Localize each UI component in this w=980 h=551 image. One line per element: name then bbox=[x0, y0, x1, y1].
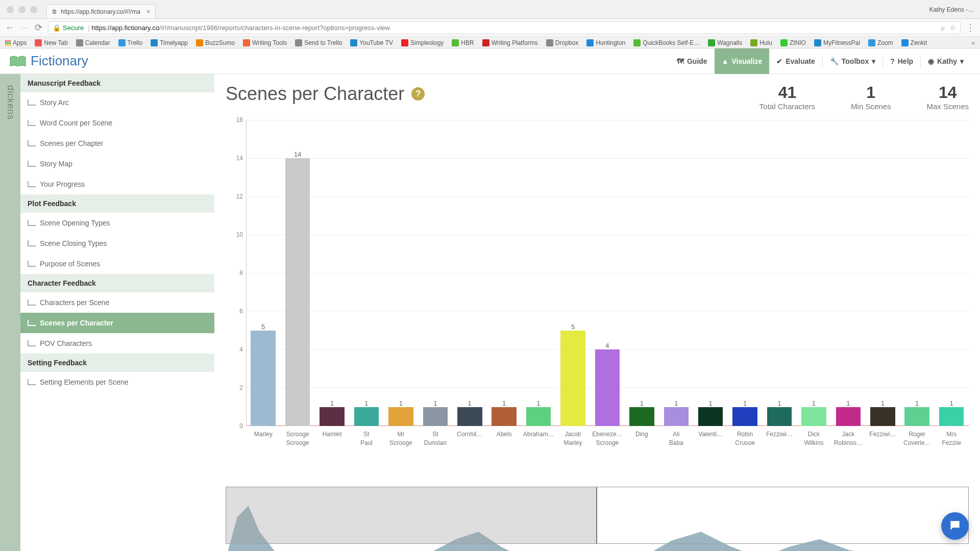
bookmark[interactable]: Trello bbox=[118, 39, 143, 46]
bar-column[interactable]: 1 bbox=[728, 120, 762, 426]
sidebar-item[interactable]: Characters per Scene bbox=[20, 292, 214, 313]
x-label: RobinCrusoe bbox=[728, 427, 762, 447]
bookmark[interactable]: Writing Tools bbox=[243, 39, 287, 46]
bar-column[interactable]: 1 bbox=[349, 120, 383, 426]
bar[interactable] bbox=[698, 407, 723, 427]
bar[interactable] bbox=[629, 407, 654, 427]
bookmark[interactable]: Zenkit bbox=[901, 39, 927, 46]
bar[interactable] bbox=[388, 407, 413, 427]
bar[interactable] bbox=[904, 407, 929, 427]
sidebar-item[interactable]: Scene Closing Types bbox=[20, 233, 214, 254]
bar-column[interactable]: 1 bbox=[418, 120, 452, 426]
apps-icon[interactable]: Apps bbox=[5, 39, 27, 46]
star-icon[interactable]: ☆ bbox=[950, 24, 956, 32]
bookmark[interactable]: Hulu bbox=[750, 39, 772, 46]
bookmarks-overflow[interactable]: » bbox=[971, 39, 975, 46]
nav-evaluate[interactable]: ✔Evaluate bbox=[769, 48, 822, 74]
bar[interactable] bbox=[664, 407, 689, 427]
sidebar-item[interactable]: POV Characters bbox=[20, 333, 214, 354]
stat: 14Max Scenes bbox=[926, 83, 969, 111]
bar[interactable] bbox=[560, 331, 585, 427]
bar[interactable] bbox=[492, 407, 517, 427]
bookmark[interactable]: Dropbox bbox=[546, 39, 578, 46]
user-menu[interactable]: ◉Kathy▾ bbox=[921, 48, 971, 74]
bar-column[interactable]: 1 bbox=[762, 120, 796, 426]
sidebar-item[interactable]: Word Count per Scene bbox=[20, 113, 214, 133]
bar-column[interactable]: 1 bbox=[693, 120, 727, 426]
bar[interactable] bbox=[526, 407, 551, 427]
bookmark[interactable]: Writing Platforms bbox=[482, 39, 538, 46]
reload-icon[interactable]: ⟳ bbox=[34, 22, 43, 33]
sidebar-item[interactable]: Purpose of Scenes bbox=[20, 254, 214, 274]
bar-column[interactable]: 1 bbox=[453, 120, 487, 426]
address-bar[interactable]: 🔒 Secure | https://app.fictionary.co /#!… bbox=[48, 21, 961, 34]
bar-column[interactable]: 4 bbox=[590, 120, 624, 426]
sidebar-item[interactable]: Scenes per Chapter bbox=[20, 133, 214, 154]
bar-column[interactable]: 5 bbox=[556, 120, 590, 426]
bookmark[interactable]: YouTube TV bbox=[350, 39, 393, 46]
intercom-launcher[interactable] bbox=[941, 512, 969, 540]
bar-chart: 0246810121416 5 14 1 1 1 1 1 1 1 5 bbox=[226, 120, 969, 446]
bar-column[interactable]: 1 bbox=[315, 120, 349, 426]
bar-column[interactable]: 1 bbox=[797, 120, 831, 426]
sidebar-item[interactable]: Scenes per Character bbox=[20, 313, 214, 333]
bar-column[interactable]: 1 bbox=[831, 120, 865, 426]
back-icon[interactable]: ← bbox=[5, 22, 14, 33]
bar[interactable] bbox=[732, 407, 757, 427]
bar[interactable] bbox=[836, 407, 861, 427]
bar-column[interactable]: 1 bbox=[521, 120, 555, 426]
sidebar-item[interactable]: Setting Elements per Scene bbox=[20, 372, 214, 392]
bar-column[interactable]: 1 bbox=[384, 120, 418, 426]
bookmark[interactable]: Send to Trello bbox=[295, 39, 342, 46]
bookmark[interactable]: Huntington bbox=[586, 39, 625, 46]
bookmark[interactable]: Calendar bbox=[76, 39, 110, 46]
bar-column[interactable]: 1 bbox=[866, 120, 900, 426]
nav-guide[interactable]: 🗺Guide bbox=[670, 48, 715, 74]
bookmark[interactable]: Zoom bbox=[868, 39, 893, 46]
bar[interactable] bbox=[251, 331, 276, 427]
nav-visualize[interactable]: ▲Visualize bbox=[715, 48, 770, 74]
sidebar-item[interactable]: Story Arc bbox=[20, 92, 214, 113]
bar[interactable] bbox=[767, 407, 792, 427]
nav-help[interactable]: ?Help bbox=[883, 48, 920, 74]
logo[interactable]: Fictionary bbox=[9, 53, 88, 69]
bar-column[interactable]: 1 bbox=[934, 120, 968, 426]
bookmark[interactable]: New Tab bbox=[35, 39, 67, 46]
bar[interactable] bbox=[423, 407, 448, 427]
brush-selection[interactable] bbox=[226, 487, 597, 543]
sidebar-item[interactable]: Story Map bbox=[20, 154, 214, 174]
bar[interactable] bbox=[285, 158, 310, 426]
bar[interactable] bbox=[801, 407, 826, 427]
close-icon[interactable]: × bbox=[146, 8, 150, 15]
bar-column[interactable]: 1 bbox=[659, 120, 693, 426]
sidebar-item[interactable]: Your Progress bbox=[20, 174, 214, 194]
bar[interactable] bbox=[457, 407, 482, 427]
bookmark[interactable]: ZINIO bbox=[780, 39, 806, 46]
bookmark[interactable]: BuzzSumo bbox=[196, 39, 235, 46]
bar-column[interactable]: 1 bbox=[625, 120, 659, 426]
bookmark[interactable]: Timelyapp bbox=[151, 39, 188, 46]
menu-icon[interactable]: ⋮ bbox=[966, 22, 975, 33]
x-label: Fezziwi… bbox=[866, 427, 900, 447]
bookmark[interactable]: Simpleology bbox=[401, 39, 444, 46]
bar[interactable] bbox=[595, 349, 620, 426]
key-icon[interactable]: ⌕ bbox=[941, 24, 945, 32]
bar-column[interactable]: 1 bbox=[487, 120, 521, 426]
bar[interactable] bbox=[939, 407, 964, 427]
bookmark[interactable]: MyFitnessPal bbox=[814, 39, 860, 46]
browser-tab[interactable]: 🗎 https://app.fictionary.co/#!/ma × bbox=[46, 4, 156, 18]
bar-column[interactable]: 14 bbox=[280, 120, 314, 426]
chrome-profile-label[interactable]: Kathy Edens -… bbox=[929, 6, 974, 13]
help-icon[interactable]: ? bbox=[411, 87, 425, 101]
bookmark[interactable]: HBR bbox=[452, 39, 474, 46]
bookmark[interactable]: QuickBooks Self-E… bbox=[633, 39, 700, 46]
bar[interactable] bbox=[870, 407, 895, 427]
bar-column[interactable]: 1 bbox=[900, 120, 934, 426]
bar[interactable] bbox=[354, 407, 379, 427]
bar[interactable] bbox=[320, 407, 345, 427]
bookmark[interactable]: Wagnalls bbox=[708, 39, 742, 46]
nav-toolbox[interactable]: 🔧Toolbox▾ bbox=[823, 48, 883, 74]
chart-brush[interactable] bbox=[226, 487, 969, 544]
sidebar-item[interactable]: Scene Opening Types bbox=[20, 213, 214, 233]
bar-column[interactable]: 5 bbox=[246, 120, 280, 426]
